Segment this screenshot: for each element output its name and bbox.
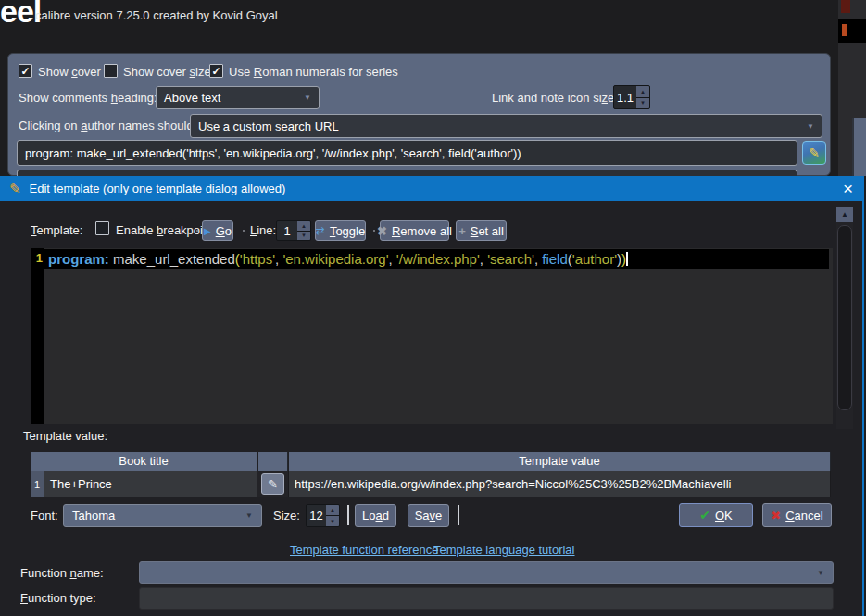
font-label: Font: — [31, 509, 58, 522]
chevron-down-icon: ▼ — [245, 511, 253, 520]
ok-button[interactable]: ✔ OK — [679, 503, 753, 527]
go-button[interactable]: ▶ Go — [202, 220, 233, 241]
line-number-value: 1 — [277, 221, 297, 240]
app-version-text: calibre version 7.25.0 created by Kovid … — [35, 8, 278, 22]
cancel-button-label: Cancel — [785, 509, 822, 522]
cross-icon: ✖ — [771, 509, 781, 522]
spinner-down-button[interactable]: ▼ — [326, 516, 339, 526]
code-token: program: — [48, 251, 109, 267]
url-program-field[interactable]: program: make_url_extended('https', 'en.… — [17, 140, 797, 166]
ok-button-label: OK — [715, 509, 733, 522]
remove-cross-icon: ✖ — [377, 224, 387, 238]
toggle-icon: ⇄ — [316, 224, 325, 237]
roman-numerals-label: Use Roman numerals for series — [229, 65, 398, 79]
toolbar-separator — [196, 230, 198, 232]
app-window: eel calibre version 7.25.0 created by Ko… — [0, 0, 866, 616]
code-token: , — [389, 251, 396, 267]
edit-icon: ✎ — [9, 181, 21, 197]
spinner-up-button[interactable]: ▲ — [326, 505, 339, 515]
code-token: 'en.wikipedia.org' — [282, 251, 388, 267]
font-size-spinner[interactable]: 12 ▲ ▼ — [306, 504, 340, 527]
show-cover-size-label: Show cover size — [123, 65, 211, 79]
line-number: 1 — [31, 251, 43, 265]
save-button-label: Save — [415, 509, 443, 522]
url-program-value: program: make_url_extended('https', 'en.… — [25, 146, 521, 160]
show-cover-size-checkbox[interactable] — [104, 64, 118, 78]
comments-heading-dropdown[interactable]: Above text ▼ — [156, 86, 320, 109]
row-edit-button[interactable]: ✎ — [261, 473, 284, 495]
function-name-dropdown[interactable]: ▼ — [139, 561, 834, 584]
plus-icon: + — [458, 224, 466, 238]
close-icon[interactable]: × — [843, 180, 853, 197]
function-name-label: Function name: — [20, 566, 104, 580]
line-number-spinner[interactable]: 1 ▲ ▼ — [276, 220, 311, 241]
dialog-titlebar: ✎ Edit template (only one template dialo… — [0, 176, 862, 201]
show-cover-label: Show cover — [38, 65, 101, 79]
code-token: 'https' — [240, 251, 275, 267]
chevron-down-icon: ▼ — [807, 122, 814, 131]
editor-gutter — [31, 248, 44, 424]
pencil-icon: ✎ — [268, 477, 278, 491]
book-title-cell[interactable]: The+Prince — [44, 471, 257, 497]
toggle-button-label: Toggle — [330, 224, 365, 238]
checkmark-icon: ✓ — [211, 66, 220, 77]
line-label: Line: — [250, 223, 276, 237]
template-language-tutorial-link[interactable]: Template language tutorial — [433, 543, 575, 557]
spinner-up-button[interactable]: ▲ — [297, 221, 310, 231]
font-dropdown[interactable]: Tahoma ▼ — [63, 504, 262, 527]
play-icon: ▶ — [204, 226, 211, 236]
template-value-cell: https://en.wikipedia.org/w/index.php?sea… — [288, 471, 831, 497]
roman-numerals-checkbox[interactable]: ✓ — [209, 64, 223, 78]
template-value-label: Template value: — [23, 429, 107, 443]
edit-template-dialog: ✎ Edit template (only one template dialo… — [0, 176, 864, 616]
code-token: , — [534, 251, 542, 267]
chevron-down-icon: ▼ — [304, 94, 311, 102]
spinner-down-button[interactable]: ▼ — [636, 98, 649, 109]
dialog-title: Edit template (only one template dialog … — [30, 182, 286, 195]
code-token: field — [542, 251, 568, 267]
go-button-label: Go — [216, 224, 232, 238]
font-value: Tahoma — [72, 509, 115, 522]
save-button[interactable]: Save — [408, 504, 449, 527]
enable-breakpoints-checkbox[interactable] — [95, 221, 109, 235]
code-token: 'search' — [487, 251, 534, 267]
remove-all-breakpoints-button[interactable]: ✖ Remove all — [380, 220, 449, 241]
background-fragment-red — [841, 0, 850, 13]
author-click-value: Use a custom search URL — [198, 119, 339, 133]
show-cover-checkbox[interactable]: ✓ — [19, 64, 32, 78]
chevron-down-icon: ▼ — [817, 569, 824, 577]
load-button-label: Load — [362, 509, 389, 522]
spinner-up-button[interactable]: ▲ — [636, 86, 649, 97]
toolbar-separator — [373, 230, 375, 232]
text-cursor — [626, 252, 628, 266]
template-label: Template: — [31, 223, 82, 237]
code-line: program: make_url_extended('https', 'en.… — [44, 249, 829, 269]
code-token: , — [480, 251, 487, 267]
column-header-edit — [258, 452, 288, 471]
load-button[interactable]: Load — [355, 504, 396, 527]
template-function-reference-link[interactable]: Template function reference — [290, 543, 438, 557]
toolbar-separator — [347, 505, 349, 525]
scroll-up-button[interactable]: ▲ — [836, 207, 853, 222]
icon-size-spinner[interactable]: 1.1 ▲ ▼ — [613, 85, 650, 109]
template-code-editor[interactable]: 1 program: make_url_extended('https', 'e… — [31, 248, 833, 424]
edit-template-button[interactable]: ✎ — [802, 141, 826, 165]
scrollbar-thumb[interactable] — [837, 225, 852, 410]
font-size-value: 12 — [307, 505, 326, 526]
background-scrollbar-fragment — [852, 118, 866, 176]
toggle-breakpoint-button[interactable]: ⇄ Toggle — [315, 220, 366, 241]
author-click-label: Clicking on author names should: — [19, 119, 196, 132]
code-token: 'author' — [572, 251, 617, 267]
set-all-breakpoints-button[interactable]: + Set all — [456, 220, 507, 241]
checkmark-icon: ✓ — [20, 66, 30, 77]
function-type-label: Function type: — [20, 591, 96, 605]
code-token: '/w/index.php' — [396, 251, 480, 267]
author-click-dropdown[interactable]: Use a custom search URL ▼ — [190, 114, 822, 138]
background-fragment-orange — [842, 24, 847, 36]
size-label: Size: — [273, 509, 300, 522]
comments-heading-label: Show comments heading: — [19, 91, 157, 105]
column-header-book-title: Book title — [31, 452, 257, 471]
cancel-button[interactable]: ✖ Cancel — [762, 503, 832, 527]
spinner-down-button[interactable]: ▼ — [297, 232, 310, 241]
check-icon: ✔ — [699, 508, 710, 522]
